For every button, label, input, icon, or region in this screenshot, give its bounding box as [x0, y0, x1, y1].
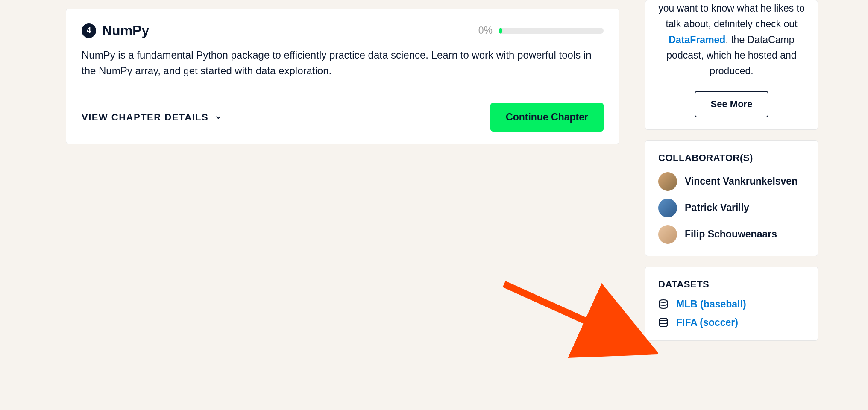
- chapter-title: NumPy: [102, 23, 149, 38]
- progress-bar: [499, 28, 604, 34]
- annotation-arrow: [496, 275, 658, 361]
- dataframed-link[interactable]: DataFramed: [669, 34, 725, 45]
- chevron-down-icon: [214, 114, 222, 121]
- avatar: [658, 199, 677, 217]
- progress-percent: 0%: [478, 25, 493, 36]
- dataset-item: MLB (baseball): [658, 299, 805, 310]
- collaborator-item[interactable]: Vincent Vankrunkelsven: [658, 172, 805, 191]
- continue-chapter-button[interactable]: Continue Chapter: [490, 103, 604, 132]
- view-chapter-details-button[interactable]: VIEW CHAPTER DETAILS: [82, 112, 222, 123]
- collaborator-item[interactable]: Patrick Varilly: [658, 199, 805, 217]
- dataset-link-fifa[interactable]: FIFA (soccer): [676, 317, 738, 328]
- svg-line-3: [504, 284, 641, 346]
- avatar: [658, 225, 677, 244]
- collaborator-name: Vincent Vankrunkelsven: [685, 175, 798, 188]
- progress-area: 0%: [478, 25, 604, 36]
- collaborator-name: Patrick Varilly: [685, 202, 749, 214]
- chapter-description: NumPy is a fundamental Python package to…: [82, 47, 604, 79]
- collaborator-name: Filip Schouwenaars: [685, 228, 777, 241]
- sidebar: you want to know what he likes to talk a…: [645, 0, 818, 351]
- svg-point-0: [660, 300, 667, 302]
- bio-text: you want to know what he likes to talk a…: [658, 0, 805, 79]
- chapter-title-row: 4 NumPy 0%: [82, 23, 604, 38]
- dataset-item: FIFA (soccer): [658, 317, 805, 328]
- avatar: [658, 172, 677, 191]
- bio-text-before: you want to know what he likes to talk a…: [658, 3, 805, 29]
- bio-card: you want to know what he likes to talk a…: [645, 0, 818, 130]
- dataset-link-mlb[interactable]: MLB (baseball): [676, 299, 746, 310]
- chapter-header: 4 NumPy 0% NumPy is a fundamental Python…: [66, 9, 619, 91]
- chapter-number-badge: 4: [82, 23, 96, 38]
- chapter-title-left: 4 NumPy: [82, 23, 149, 38]
- svg-point-1: [660, 318, 667, 321]
- collaborators-card: COLLABORATOR(S) Vincent Vankrunkelsven P…: [645, 140, 818, 256]
- collaborators-heading: COLLABORATOR(S): [658, 152, 805, 164]
- view-details-label: VIEW CHAPTER DETAILS: [82, 112, 208, 123]
- datasets-heading: DATASETS: [658, 279, 805, 290]
- collaborator-item[interactable]: Filip Schouwenaars: [658, 225, 805, 244]
- database-icon: [658, 317, 669, 328]
- progress-fill: [499, 28, 502, 34]
- chapter-card: 4 NumPy 0% NumPy is a fundamental Python…: [66, 9, 619, 144]
- see-more-button[interactable]: See More: [695, 91, 769, 117]
- chapter-footer: VIEW CHAPTER DETAILS Continue Chapter: [66, 91, 619, 144]
- database-icon: [658, 299, 669, 309]
- datasets-card: DATASETS MLB (baseball) FIFA (soccer): [645, 266, 818, 341]
